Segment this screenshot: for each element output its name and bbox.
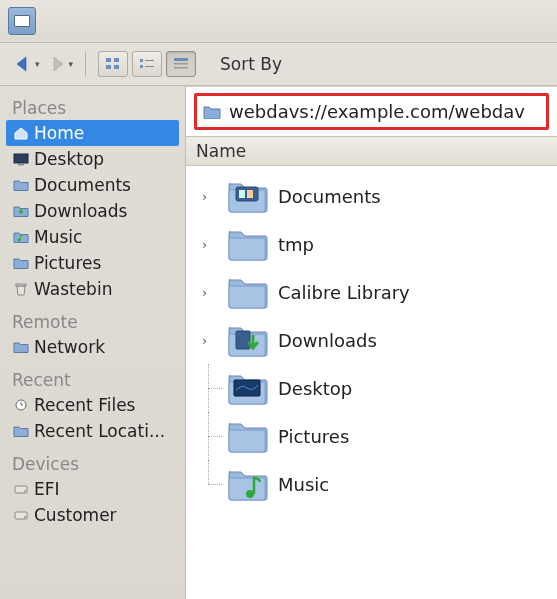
sidebar-item-label: Wastebin bbox=[34, 279, 112, 299]
address-input[interactable] bbox=[227, 100, 540, 123]
svg-point-17 bbox=[24, 490, 26, 492]
sidebar-item-customer[interactable]: Customer bbox=[6, 502, 179, 528]
sidebar-item-label: Documents bbox=[34, 175, 131, 195]
sidebar-item-label: Downloads bbox=[34, 201, 127, 221]
home-icon bbox=[12, 125, 30, 141]
sidebar-item-recent-locati-[interactable]: Recent Locati... bbox=[6, 418, 179, 444]
svg-rect-3 bbox=[114, 65, 119, 69]
file-row[interactable]: ›Documents bbox=[190, 172, 553, 220]
toolbar: ▾ ▾ Sort By bbox=[0, 43, 557, 86]
sidebar-heading: Places bbox=[6, 94, 179, 120]
folder-icon bbox=[226, 274, 268, 310]
folder-icon bbox=[226, 226, 268, 262]
expander-icon[interactable]: › bbox=[202, 189, 216, 204]
sidebar-item-recent-files[interactable]: Recent Files bbox=[6, 392, 179, 418]
file-name: Desktop bbox=[278, 378, 352, 399]
svg-rect-22 bbox=[247, 190, 253, 198]
svg-rect-4 bbox=[140, 59, 143, 62]
svg-rect-12 bbox=[18, 164, 24, 166]
file-list[interactable]: ›Documents›tmp›Calibre Library›Downloads… bbox=[186, 166, 557, 599]
svg-rect-23 bbox=[236, 331, 250, 349]
list-icon bbox=[139, 57, 155, 71]
svg-rect-2 bbox=[106, 65, 111, 69]
recent-icon bbox=[12, 397, 30, 413]
sidebar-item-wastebin[interactable]: Wastebin bbox=[6, 276, 179, 302]
network-icon bbox=[12, 339, 30, 355]
folder-icon bbox=[226, 322, 268, 358]
file-name: Downloads bbox=[278, 330, 377, 351]
view-details-button[interactable] bbox=[166, 51, 196, 77]
file-row[interactable]: Pictures bbox=[190, 412, 553, 460]
sidebar-item-label: EFI bbox=[34, 479, 60, 499]
sidebar-item-desktop[interactable]: Desktop bbox=[6, 146, 179, 172]
svg-rect-6 bbox=[140, 65, 143, 68]
file-row[interactable]: Desktop bbox=[190, 364, 553, 412]
file-row[interactable]: ›Calibre Library bbox=[190, 268, 553, 316]
sidebar-item-home[interactable]: Home bbox=[6, 120, 179, 146]
folder-icon bbox=[226, 418, 268, 454]
svg-rect-21 bbox=[239, 190, 245, 198]
sidebar-item-downloads[interactable]: Downloads bbox=[6, 198, 179, 224]
grid-icon bbox=[105, 57, 121, 71]
sidebar-item-music[interactable]: Music bbox=[6, 224, 179, 250]
svg-rect-11 bbox=[14, 154, 28, 163]
svg-rect-1 bbox=[114, 58, 119, 62]
expander-icon[interactable]: › bbox=[202, 237, 216, 252]
sidebar-item-network[interactable]: Network bbox=[6, 334, 179, 360]
sidebar-item-label: Customer bbox=[34, 505, 117, 525]
file-manager-window: ▾ ▾ Sort By PlacesHomeDesktopDocuments bbox=[0, 0, 557, 599]
expander-icon[interactable]: › bbox=[202, 333, 216, 348]
drive-icon bbox=[12, 481, 30, 497]
expander-icon[interactable]: › bbox=[202, 285, 216, 300]
file-name: tmp bbox=[278, 234, 314, 255]
details-icon bbox=[173, 57, 189, 71]
places-sidebar: PlacesHomeDesktopDocumentsDownloadsMusic… bbox=[0, 86, 186, 599]
sidebar-item-pictures[interactable]: Pictures bbox=[6, 250, 179, 276]
sidebar-item-documents[interactable]: Documents bbox=[6, 172, 179, 198]
tree-line bbox=[202, 412, 216, 460]
svg-rect-18 bbox=[15, 512, 27, 519]
arrow-left-icon bbox=[12, 53, 34, 75]
svg-rect-14 bbox=[16, 284, 26, 286]
svg-rect-8 bbox=[174, 58, 188, 61]
file-row[interactable]: ›Downloads bbox=[190, 316, 553, 364]
file-row[interactable]: Music bbox=[190, 460, 553, 508]
address-bar[interactable] bbox=[194, 93, 549, 130]
arrow-right-icon bbox=[46, 53, 68, 75]
sort-by-button[interactable]: Sort By bbox=[220, 54, 282, 74]
sidebar-item-label: Pictures bbox=[34, 253, 101, 273]
sidebar-item-label: Home bbox=[34, 123, 84, 143]
svg-point-19 bbox=[24, 516, 26, 518]
folder-icon bbox=[12, 177, 30, 193]
sidebar-heading: Devices bbox=[6, 450, 179, 476]
desktop-icon bbox=[12, 151, 30, 167]
tree-line bbox=[202, 364, 216, 412]
sidebar-heading: Remote bbox=[6, 308, 179, 334]
sidebar-item-label: Recent Files bbox=[34, 395, 135, 415]
folder-icon bbox=[226, 178, 268, 214]
drive-icon bbox=[12, 507, 30, 523]
forward-button[interactable]: ▾ bbox=[46, 53, 74, 75]
view-icons-button[interactable] bbox=[98, 51, 128, 77]
music-icon bbox=[12, 229, 30, 245]
file-name: Pictures bbox=[278, 426, 349, 447]
view-compact-button[interactable] bbox=[132, 51, 162, 77]
file-row[interactable]: ›tmp bbox=[190, 220, 553, 268]
back-button[interactable]: ▾ bbox=[12, 53, 40, 75]
sidebar-heading: Recent bbox=[6, 366, 179, 392]
file-name: Calibre Library bbox=[278, 282, 410, 303]
file-name: Music bbox=[278, 474, 329, 495]
svg-rect-9 bbox=[174, 63, 188, 65]
folder-icon bbox=[226, 466, 268, 502]
sidebar-item-label: Recent Locati... bbox=[34, 421, 165, 441]
column-header-name[interactable]: Name bbox=[186, 136, 557, 166]
titlebar bbox=[0, 0, 557, 43]
tree-line bbox=[202, 460, 216, 508]
folder-icon bbox=[12, 423, 30, 439]
sidebar-item-label: Music bbox=[34, 227, 82, 247]
svg-rect-5 bbox=[145, 60, 154, 61]
sidebar-item-efi[interactable]: EFI bbox=[6, 476, 179, 502]
main-pane: Name ›Documents›tmp›Calibre Library›Down… bbox=[186, 86, 557, 599]
svg-rect-16 bbox=[15, 486, 27, 493]
chevron-down-icon: ▾ bbox=[69, 59, 74, 69]
